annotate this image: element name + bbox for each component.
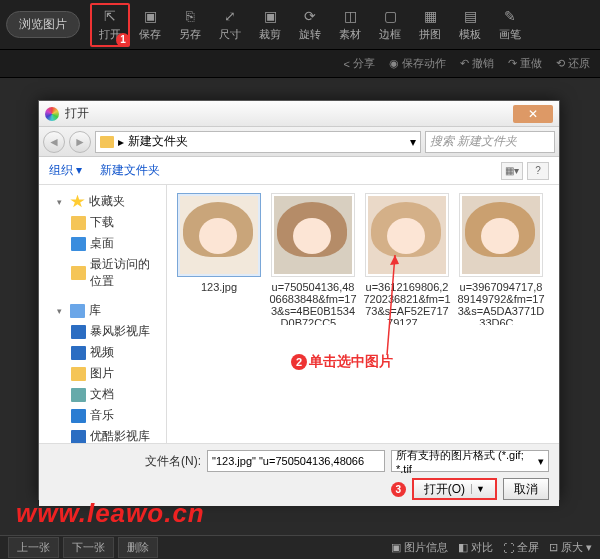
view-mode-button[interactable]: ▦▾ [501, 162, 523, 180]
file-item[interactable]: u=3612169806,2720236821&fm=173&s=AF52E71… [363, 193, 451, 325]
brush-icon: ✎ [501, 7, 519, 25]
save-button[interactable]: ▣保存 [130, 3, 170, 47]
search-input[interactable]: 搜索 新建文件夹 [425, 131, 555, 153]
open-button[interactable]: ⇱ 打开 1 [90, 3, 130, 47]
dialog-navbar: ◄ ► ▸ 新建文件夹 ▾ 搜索 新建文件夹 [39, 127, 559, 157]
annotation-text: 单击选中图片 [309, 353, 393, 371]
asset-button[interactable]: ◫素材 [330, 3, 370, 47]
file-item[interactable]: 123.jpg [175, 193, 263, 293]
tree-mus-label: 音乐 [90, 407, 114, 424]
file-thumb [177, 193, 261, 277]
border-button[interactable]: ▢边框 [370, 3, 410, 47]
delete-button[interactable]: 删除 [118, 537, 158, 558]
tree-recent[interactable]: 最近访问的位置 [43, 254, 162, 292]
tree-lib-label: 库 [89, 302, 101, 319]
save-label: 保存 [139, 27, 161, 42]
tree-baofeng[interactable]: 暴风影视库 [43, 321, 162, 342]
browse-images-button[interactable]: 浏览图片 [6, 11, 80, 38]
next-image-button[interactable]: 下一张 [63, 537, 114, 558]
file-thumb [271, 193, 355, 277]
template-label: 模板 [459, 27, 481, 42]
tree-music[interactable]: 音乐 [43, 405, 162, 426]
file-name: u=3612169806,2720236821&fm=173&s=AF52E71… [363, 281, 451, 325]
collage-button[interactable]: ▦拼图 [410, 3, 450, 47]
desktop-icon [71, 237, 86, 251]
size-label: 尺寸 [219, 27, 241, 42]
dialog-title: 打开 [65, 105, 89, 122]
tree-documents[interactable]: 文档 [43, 384, 162, 405]
pictures-icon [71, 367, 86, 381]
tree-fav-label: 收藏夹 [89, 193, 125, 210]
filter-text: 所有支持的图片格式 (*.gif; *.tif [396, 448, 538, 475]
rotate-label: 旋转 [299, 27, 321, 42]
redo-label: 重做 [520, 56, 542, 71]
asset-label: 素材 [339, 27, 361, 42]
restore-button[interactable]: ⟲ 还原 [556, 56, 590, 71]
size-icon: ⤢ [221, 7, 239, 25]
file-item[interactable]: u=3967094717,889149792&fm=173&s=A5DA3771… [457, 193, 545, 325]
tree-recent-label: 最近访问的位置 [90, 256, 160, 290]
original-size-button[interactable]: ⊡ 原大 ▾ [549, 540, 592, 555]
tree-library[interactable]: ▾库 [43, 300, 162, 321]
info-label: 图片信息 [404, 540, 448, 555]
saveas-label: 另存 [179, 27, 201, 42]
open-icon: ⇱ [101, 7, 119, 25]
tree-video[interactable]: 视频 [43, 342, 162, 363]
folder-icon [71, 216, 86, 230]
asset-icon: ◫ [341, 7, 359, 25]
dialog-cancel-button[interactable]: 取消 [503, 478, 549, 500]
dialog-open-button[interactable]: 打开(O)▼ [412, 478, 497, 500]
saveas-button[interactable]: ⎘另存 [170, 3, 210, 47]
compare-button[interactable]: ◧ 对比 [458, 540, 493, 555]
sub-toolbar: < 分享 ◉ 保存动作 ↶ 撤销 ↷ 重做 ⟲ 还原 [0, 50, 600, 78]
tree-favorites[interactable]: ▾收藏夹 [43, 191, 162, 212]
tree-desktop[interactable]: 桌面 [43, 233, 162, 254]
collage-icon: ▦ [421, 7, 439, 25]
nav-back-button[interactable]: ◄ [43, 131, 65, 153]
tree-youku[interactable]: 优酷影视库 [43, 426, 162, 443]
brush-button[interactable]: ✎画笔 [490, 3, 530, 47]
filename-input[interactable] [207, 450, 385, 472]
tree-bf-label: 暴风影视库 [90, 323, 150, 340]
share-button[interactable]: < 分享 [344, 56, 375, 71]
crop-icon: ▣ [261, 7, 279, 25]
tree-vid-label: 视频 [90, 344, 114, 361]
close-button[interactable]: ✕ [513, 105, 553, 123]
compare-label: 对比 [471, 540, 493, 555]
fullscreen-button[interactable]: ⛶ 全屏 [503, 540, 539, 555]
undo-label: 撤销 [472, 56, 494, 71]
undo-button[interactable]: ↶ 撤销 [460, 56, 494, 71]
star-icon [70, 195, 85, 209]
open-btn-label: 打开(O) [424, 481, 465, 498]
tree-downloads[interactable]: 下载 [43, 212, 162, 233]
organize-menu[interactable]: 组织 ▾ [49, 162, 82, 179]
redo-button[interactable]: ↷ 重做 [508, 56, 542, 71]
file-item[interactable]: u=750504136,4806683848&fm=173&s=4BE0B153… [269, 193, 357, 325]
orig-label: 原大 [561, 540, 583, 555]
template-button[interactable]: ▤模板 [450, 3, 490, 47]
save-action-button[interactable]: ◉ 保存动作 [389, 56, 446, 71]
app-icon [45, 107, 59, 121]
tree-dl-label: 下载 [90, 214, 114, 231]
full-label: 全屏 [517, 540, 539, 555]
filetype-filter[interactable]: 所有支持的图片格式 (*.gif; *.tif▾ [391, 450, 549, 472]
dialog-orgbar: 组织 ▾ 新建文件夹 ▦▾ ? [39, 157, 559, 185]
breadcrumb[interactable]: ▸ 新建文件夹 ▾ [95, 131, 421, 153]
help-button[interactable]: ? [527, 162, 549, 180]
saveas-icon: ⎘ [181, 7, 199, 25]
step-badge-1: 1 [116, 33, 130, 47]
file-name: u=750504136,4806683848&fm=173&s=4BE0B153… [269, 281, 357, 325]
rotate-button[interactable]: ⟳旋转 [290, 3, 330, 47]
template-icon: ▤ [461, 7, 479, 25]
prev-image-button[interactable]: 上一张 [8, 537, 59, 558]
nav-fwd-button[interactable]: ► [69, 131, 91, 153]
tree-pictures[interactable]: 图片 [43, 363, 162, 384]
size-button[interactable]: ⤢尺寸 [210, 3, 250, 47]
image-info-button[interactable]: ▣ 图片信息 [391, 540, 448, 555]
crop-button[interactable]: ▣裁剪 [250, 3, 290, 47]
folder-icon [100, 136, 114, 148]
main-toolbar: 浏览图片 ⇱ 打开 1 ▣保存 ⎘另存 ⤢尺寸 ▣裁剪 ⟳旋转 ◫素材 ▢边框 … [0, 0, 600, 50]
new-folder-button[interactable]: 新建文件夹 [100, 162, 160, 179]
collage-label: 拼图 [419, 27, 441, 42]
tree-doc-label: 文档 [90, 386, 114, 403]
